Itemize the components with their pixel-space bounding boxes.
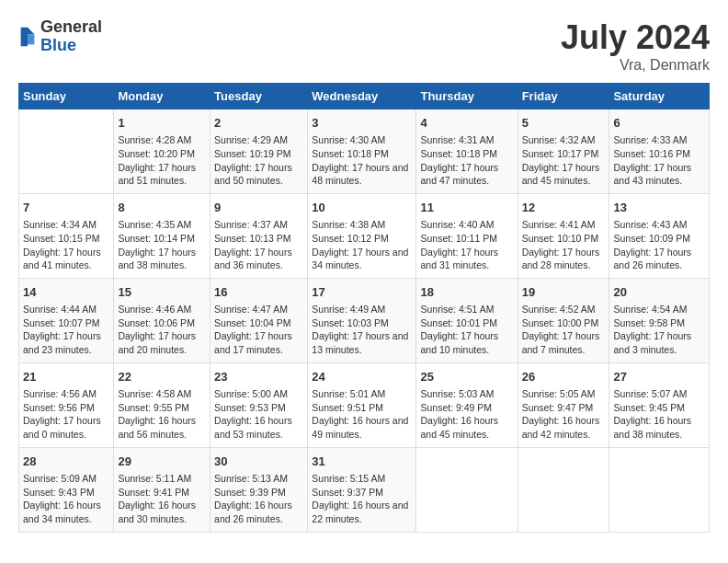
calendar-table: SundayMondayTuesdayWednesdayThursdayFrid…: [18, 83, 710, 533]
day-info-line: Sunset: 10:11 PM: [420, 232, 513, 246]
day-number: 25: [420, 369, 513, 385]
day-info-line: Sunrise: 5:15 AM: [312, 472, 412, 486]
day-info-line: Sunset: 10:13 PM: [214, 232, 303, 246]
day-info-line: Sunrise: 4:31 AM: [420, 133, 513, 147]
day-info-line: Daylight: 16 hours and 26 minutes.: [214, 499, 303, 525]
day-info-line: Sunset: 9:53 PM: [214, 401, 303, 415]
day-number: 28: [23, 454, 109, 470]
calendar-cell: 19Sunrise: 4:52 AMSunset: 10:00 PMDaylig…: [518, 278, 609, 362]
calendar-cell: 30Sunrise: 5:13 AMSunset: 9:39 PMDayligh…: [210, 447, 308, 532]
day-info-line: Daylight: 17 hours and 45 minutes.: [522, 161, 606, 188]
day-info-line: Sunrise: 5:05 AM: [522, 387, 606, 401]
day-info-line: Sunset: 10:09 PM: [613, 232, 705, 246]
day-number: 29: [118, 454, 206, 470]
calendar-cell: [518, 447, 609, 532]
day-info-line: Daylight: 16 hours and 34 minutes.: [23, 499, 109, 525]
day-info-line: Sunrise: 5:00 AM: [214, 387, 303, 401]
day-info-line: Sunrise: 4:38 AM: [312, 218, 412, 232]
page-header: General Blue July 2024 Vra, Denmark: [18, 18, 710, 74]
day-info-line: Daylight: 17 hours and 28 minutes.: [522, 246, 606, 272]
day-info-line: Sunrise: 5:13 AM: [214, 472, 303, 486]
day-info-line: Sunrise: 4:56 AM: [23, 387, 109, 401]
calendar-week-row: 1Sunrise: 4:28 AMSunset: 10:20 PMDayligh…: [19, 109, 710, 194]
day-number: 24: [312, 369, 412, 385]
day-info-line: Daylight: 17 hours and 38 minutes.: [118, 246, 206, 272]
day-number: 17: [312, 284, 412, 301]
day-info-line: Daylight: 17 hours and 34 minutes.: [312, 246, 412, 272]
day-info-line: Sunset: 10:14 PM: [118, 232, 206, 246]
day-info-line: Sunrise: 4:44 AM: [23, 303, 109, 316]
day-info-line: Sunrise: 5:07 AM: [613, 387, 705, 401]
calendar-cell: 20Sunrise: 4:54 AMSunset: 9:58 PMDayligh…: [609, 278, 710, 362]
calendar-cell: 12Sunrise: 4:41 AMSunset: 10:10 PMDaylig…: [518, 193, 609, 278]
day-info-line: Sunset: 9:56 PM: [23, 401, 109, 415]
day-info-line: Sunrise: 4:29 AM: [214, 133, 303, 147]
calendar-cell: 27Sunrise: 5:07 AMSunset: 9:45 PMDayligh…: [609, 362, 710, 447]
day-info-line: Sunset: 9:49 PM: [420, 401, 513, 415]
calendar-cell: 10Sunrise: 4:38 AMSunset: 10:12 PMDaylig…: [308, 193, 416, 278]
day-info-line: Sunset: 9:58 PM: [613, 316, 705, 330]
calendar-cell: 25Sunrise: 5:03 AMSunset: 9:49 PMDayligh…: [416, 362, 518, 447]
day-info-line: Sunrise: 4:51 AM: [420, 303, 513, 316]
day-number: 1: [118, 115, 206, 132]
calendar-cell: 31Sunrise: 5:15 AMSunset: 9:37 PMDayligh…: [308, 447, 416, 532]
day-info-line: Sunset: 9:47 PM: [522, 401, 606, 415]
day-number: 10: [312, 200, 412, 216]
day-info-line: Daylight: 16 hours and 30 minutes.: [118, 499, 206, 525]
day-info-line: Daylight: 17 hours and 50 minutes.: [214, 161, 303, 188]
day-info-line: Sunrise: 5:09 AM: [23, 472, 109, 486]
day-info-line: Sunset: 9:39 PM: [214, 486, 303, 500]
day-info-line: Daylight: 17 hours and 47 minutes.: [420, 161, 513, 188]
column-header-sunday: Sunday: [19, 84, 114, 109]
day-info-line: Sunrise: 4:28 AM: [118, 133, 206, 147]
day-number: 20: [613, 284, 705, 301]
calendar-cell: 15Sunrise: 4:46 AMSunset: 10:06 PMDaylig…: [114, 278, 210, 362]
day-number: 8: [118, 200, 206, 216]
calendar-cell: 26Sunrise: 5:05 AMSunset: 9:47 PMDayligh…: [518, 362, 609, 447]
day-info-line: Daylight: 17 hours and 43 minutes.: [613, 161, 705, 188]
day-info-line: Sunrise: 4:40 AM: [420, 218, 513, 232]
day-info-line: Sunrise: 4:34 AM: [23, 218, 109, 232]
day-info-line: Sunrise: 4:49 AM: [312, 303, 412, 316]
calendar-week-row: 14Sunrise: 4:44 AMSunset: 10:07 PMDaylig…: [19, 278, 710, 362]
day-info-line: Sunrise: 4:58 AM: [118, 387, 206, 401]
column-header-monday: Monday: [114, 84, 210, 109]
calendar-cell: 8Sunrise: 4:35 AMSunset: 10:14 PMDayligh…: [114, 193, 210, 278]
day-info-line: Sunset: 9:43 PM: [23, 486, 109, 500]
calendar-cell: 22Sunrise: 4:58 AMSunset: 9:55 PMDayligh…: [114, 362, 210, 447]
logo-text-blue: Blue: [40, 37, 102, 55]
day-info-line: Sunrise: 4:47 AM: [214, 303, 303, 316]
day-info-line: Sunrise: 4:52 AM: [522, 303, 606, 316]
day-info-line: Daylight: 17 hours and 13 minutes.: [312, 329, 412, 356]
logo: General Blue: [18, 18, 102, 55]
day-info-line: Sunset: 9:55 PM: [118, 401, 206, 415]
day-info-line: Daylight: 17 hours and 41 minutes.: [23, 246, 109, 272]
day-number: 23: [214, 369, 303, 385]
day-info-line: Daylight: 16 hours and 38 minutes.: [613, 414, 705, 441]
day-info-line: Sunset: 10:04 PM: [214, 316, 303, 330]
calendar-cell: 5Sunrise: 4:32 AMSunset: 10:17 PMDayligh…: [518, 109, 609, 194]
day-info-line: Daylight: 16 hours and 42 minutes.: [522, 414, 606, 441]
calendar-cell: 23Sunrise: 5:00 AMSunset: 9:53 PMDayligh…: [210, 362, 308, 447]
calendar-cell: 11Sunrise: 4:40 AMSunset: 10:11 PMDaylig…: [416, 193, 518, 278]
calendar-cell: [19, 109, 114, 194]
day-info-line: Sunset: 10:00 PM: [522, 316, 606, 330]
calendar-cell: 29Sunrise: 5:11 AMSunset: 9:41 PMDayligh…: [114, 447, 210, 532]
day-info-line: Daylight: 17 hours and 26 minutes.: [613, 246, 705, 272]
day-info-line: Sunset: 10:01 PM: [420, 316, 513, 330]
column-header-tuesday: Tuesday: [210, 84, 308, 109]
day-info-line: Daylight: 17 hours and 20 minutes.: [118, 329, 206, 356]
day-info-line: Daylight: 17 hours and 7 minutes.: [522, 329, 606, 356]
day-info-line: Daylight: 17 hours and 51 minutes.: [118, 161, 206, 188]
day-number: 9: [214, 200, 303, 216]
day-number: 14: [23, 284, 109, 301]
column-header-thursday: Thursday: [416, 84, 518, 109]
calendar-header-row: SundayMondayTuesdayWednesdayThursdayFrid…: [19, 84, 710, 109]
calendar-cell: 1Sunrise: 4:28 AMSunset: 10:20 PMDayligh…: [114, 109, 210, 194]
calendar-cell: 3Sunrise: 4:30 AMSunset: 10:18 PMDayligh…: [308, 109, 416, 194]
calendar-cell: 9Sunrise: 4:37 AMSunset: 10:13 PMDayligh…: [210, 193, 308, 278]
calendar-cell: 17Sunrise: 4:49 AMSunset: 10:03 PMDaylig…: [308, 278, 416, 362]
day-info-line: Sunset: 10:10 PM: [522, 232, 606, 246]
day-info-line: Daylight: 17 hours and 0 minutes.: [23, 414, 109, 441]
column-header-wednesday: Wednesday: [308, 84, 416, 109]
